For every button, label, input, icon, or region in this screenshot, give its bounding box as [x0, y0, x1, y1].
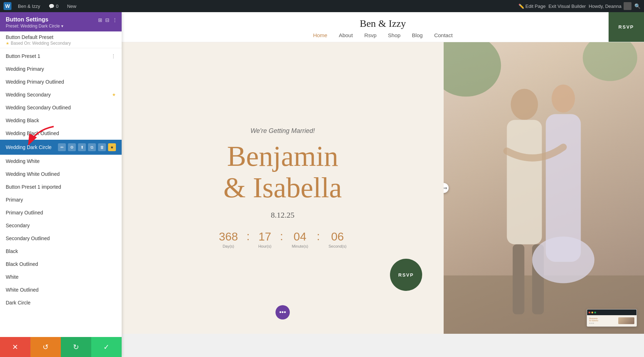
site-header: Ben & Izzy Home About Rsvp Shop Blog Con…	[122, 12, 644, 42]
thumb-min-dot	[591, 312, 593, 313]
preset-more-icon[interactable]: ⋮	[111, 53, 116, 59]
thumbnail-text: Benjamin& Isabella 8.12.25	[589, 317, 617, 324]
nav-item-contact[interactable]: Contact	[434, 32, 453, 38]
preset-item-wedding-dark-circle[interactable]: Wedding Dark Circle ✏ ⚙ ⬆ ⧉ 🗑 ★	[0, 140, 122, 155]
hero-left-content: We're Getting Married! Benjamin & Isabel…	[122, 42, 444, 334]
presets-list[interactable]: Button Preset 1 ⋮ Wedding Primary Weddin…	[0, 48, 122, 337]
delete-preset-icon[interactable]: 🗑	[98, 143, 106, 151]
hero-section: We're Getting Married! Benjamin & Isabel…	[122, 42, 644, 334]
preset-item-primary[interactable]: Primary	[0, 193, 122, 206]
preset-item-wedding-primary-outlined[interactable]: Wedding Primary Outlined	[0, 75, 122, 88]
panel-header: Button Settings Preset: Wedding Dark Cir…	[0, 12, 122, 31]
site-navigation: Home About Rsvp Shop Blog Contact	[122, 32, 644, 38]
preset-item-dark-circle[interactable]: Dark Circle	[0, 296, 122, 309]
thumbnail-couple-name: Benjamin& Isabella	[589, 317, 617, 322]
copy-preset-icon[interactable]: ⧉	[88, 143, 96, 151]
countdown-sep-1: :	[247, 230, 250, 243]
settings-preset-icon[interactable]: ⚙	[68, 143, 76, 151]
countdown-days: 368 Day(s)	[219, 230, 238, 248]
preset-item-black-outlined[interactable]: Black Outlined	[0, 258, 122, 271]
redo-button[interactable]: ↻	[61, 337, 91, 357]
more-options-button[interactable]: •••	[275, 305, 290, 319]
preset-item-wedding-white[interactable]: Wedding White	[0, 155, 122, 168]
thumbnail-body: Benjamin& Isabella 8.12.25	[587, 315, 636, 326]
nav-item-blog[interactable]: Blog	[412, 32, 423, 38]
preset-item-button-preset-1[interactable]: Button Preset 1 ⋮	[0, 50, 122, 63]
new-button[interactable]: New	[65, 4, 78, 9]
hero-photo: ⟺ Benjamin& Isabella 8.12.25	[444, 42, 644, 334]
preset-item-white[interactable]: White	[0, 271, 122, 283]
star-icon: ★	[6, 41, 9, 46]
svg-point-4	[511, 89, 538, 120]
cancel-button[interactable]: ✕	[0, 337, 30, 357]
preset-item-wedding-primary[interactable]: Wedding Primary	[0, 63, 122, 75]
svg-point-10	[532, 237, 594, 283]
thumbnail-header-bar	[587, 309, 636, 315]
star-preset-icon[interactable]: ★	[108, 143, 116, 151]
upload-preset-icon[interactable]: ⬆	[78, 143, 86, 151]
preset-item-wedding-black[interactable]: Wedding Black	[0, 114, 122, 127]
panel-subtitle[interactable]: Preset: Wedding Dark Circle ▾	[6, 24, 116, 29]
default-preset-item: Button Default Preset ★ Based On: Weddin…	[6, 34, 116, 46]
website-preview: Ben & Izzy Home About Rsvp Shop Blog Con…	[122, 12, 644, 357]
thumb-close-dot	[589, 312, 590, 313]
nav-item-shop[interactable]: Shop	[388, 32, 400, 38]
search-icon[interactable]: 🔍	[634, 3, 640, 9]
preset-item-wedding-white-outlined[interactable]: Wedding White Outlined	[0, 168, 122, 180]
button-settings-panel: Button Settings Preset: Wedding Dark Cir…	[0, 12, 122, 357]
couple-silhouette-svg	[444, 42, 644, 334]
nav-item-rsvp[interactable]: Rsvp	[364, 32, 376, 38]
preset-item-button-preset-1-imported[interactable]: Button Preset 1 imported	[0, 180, 122, 193]
edit-preset-icon[interactable]: ✏	[58, 143, 66, 151]
panel-expand-icon[interactable]: ⊞	[98, 17, 102, 23]
preset-item-white-outlined[interactable]: White Outlined	[0, 283, 122, 296]
default-preset-name: Button Default Preset	[6, 34, 116, 40]
default-preset-section: Button Default Preset ★ Based On: Weddin…	[0, 31, 122, 48]
hero-date: 8.12.25	[271, 210, 294, 220]
comment-count-item[interactable]: 💬 0	[47, 4, 60, 9]
site-title: Ben & Izzy	[122, 18, 644, 29]
preset-item-black[interactable]: Black	[0, 245, 122, 258]
panel-bottom-buttons: ✕ ↺ ↻ ✓	[0, 337, 122, 357]
rsvp-header-button[interactable]: RSVP	[609, 12, 644, 42]
countdown-seconds: 06 Second(s)	[328, 230, 346, 248]
svg-rect-6	[513, 244, 525, 314]
wp-admin-bar: W Ben & Izzy 💬 0 New ✏️ Edit Page Exit V…	[0, 0, 644, 12]
countdown-sep-3: :	[317, 230, 320, 243]
starred-icon: ★	[112, 92, 116, 97]
rsvp-circle-button[interactable]: RSVP	[390, 259, 422, 291]
undo-button[interactable]: ↺	[30, 337, 61, 357]
svg-point-8	[552, 85, 575, 113]
hero-subtitle: We're Getting Married!	[250, 127, 315, 135]
site-name[interactable]: Ben & Izzy	[16, 4, 42, 9]
wp-logo-icon[interactable]: W	[4, 2, 11, 10]
countdown-sep-2: :	[280, 230, 283, 243]
thumbnail-preview: Benjamin& Isabella 8.12.25	[587, 309, 637, 327]
preset-item-secondary-outlined[interactable]: Secondary Outlined	[0, 232, 122, 245]
couple-photo-bg	[444, 42, 644, 334]
preset-item-wedding-secondary-outlined[interactable]: Wedding Secondary Outlined	[0, 101, 122, 114]
thumbnail-date: 8.12.25	[589, 322, 617, 324]
preset-item-wedding-secondary[interactable]: Wedding Secondary ★	[0, 88, 122, 101]
panel-header-actions: ⊞ ⊟ ⋮	[98, 17, 117, 23]
panel-grid-icon[interactable]: ⊟	[105, 17, 109, 23]
countdown-timer: 368 Day(s) : 17 Hour(s) : 04 Minute(s) :	[219, 230, 347, 249]
exit-visual-builder-button[interactable]: Exit Visual Builder	[548, 4, 586, 9]
thumb-max-dot	[594, 312, 596, 313]
edit-page-button[interactable]: ✏️ Edit Page	[518, 4, 546, 9]
active-preset-actions: ✏ ⚙ ⬆ ⧉ 🗑 ★	[58, 143, 116, 151]
countdown-hours: 17 Hour(s)	[258, 230, 272, 248]
based-on-label: ★ Based On: Wedding Secondary	[6, 41, 116, 46]
hero-couple-name: Benjamin & Isabella	[224, 140, 342, 203]
user-avatar[interactable]	[624, 2, 631, 10]
panel-more-icon[interactable]: ⋮	[112, 17, 117, 23]
preset-item-secondary[interactable]: Secondary	[0, 219, 122, 232]
thumbnail-photo	[618, 317, 634, 324]
howdy-user: Howdy, Deanna	[589, 2, 631, 10]
save-button[interactable]: ✓	[91, 337, 122, 357]
nav-item-home[interactable]: Home	[313, 32, 327, 38]
svg-rect-5	[507, 120, 542, 244]
preset-item-wedding-black-outlined[interactable]: Wedding Black Outlined	[0, 127, 122, 140]
nav-item-about[interactable]: About	[339, 32, 353, 38]
preset-item-primary-outlined[interactable]: Primary Outlined	[0, 206, 122, 219]
